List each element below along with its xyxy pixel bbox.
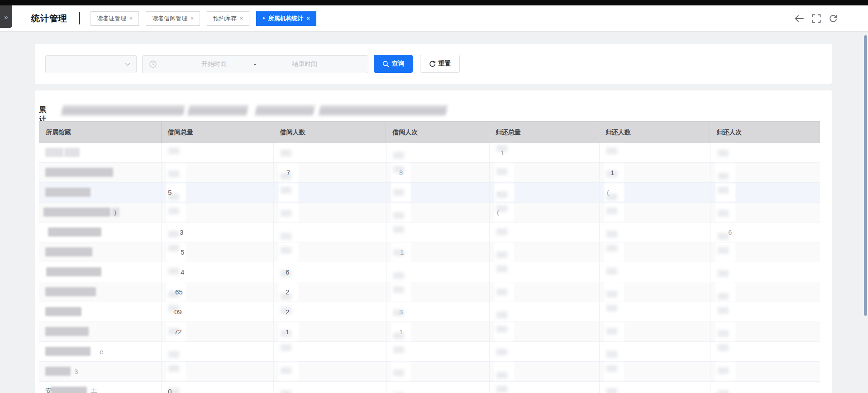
end-time-placeholder[interactable]: 结束时间: [292, 60, 317, 68]
table-row[interactable]: e: [39, 342, 820, 362]
organization-select[interactable]: [45, 55, 137, 73]
table-row[interactable]: 安丰0: [39, 382, 820, 393]
redacted-value-block: [715, 322, 735, 341]
blur-smudge: [281, 150, 291, 156]
blur-smudge: [606, 351, 617, 358]
date-separator: -: [254, 61, 256, 68]
date-range-picker[interactable]: 开始时间 - 结束时间: [142, 55, 368, 73]
back-arrow-icon[interactable]: [794, 14, 805, 23]
tab-label: 读者借阅管理: [152, 14, 187, 23]
cell-借阅人次: [386, 382, 489, 393]
cell-所属馆藏: ): [39, 203, 161, 222]
redacted-value-block: [604, 283, 624, 301]
cell-归还人数: [599, 362, 711, 381]
title-divider: [79, 12, 80, 24]
tab-预约库存[interactable]: 预约库存×: [207, 11, 249, 26]
redacted-value-block: [278, 382, 298, 393]
tab-close-icon[interactable]: ×: [306, 15, 310, 22]
blur-smudge: [718, 307, 729, 314]
blur-smudge: [606, 208, 617, 214]
tab-close-icon[interactable]: ×: [191, 15, 194, 22]
redacted-value-block: [278, 183, 298, 202]
cell-借阅总量: 65: [161, 282, 273, 302]
blur-smudge: [496, 312, 507, 318]
partial-visible-value: 1: [610, 163, 614, 182]
tab-所属机构统计[interactable]: ●所属机构统计×: [256, 11, 316, 26]
table-row[interactable]: 36: [39, 223, 820, 242]
tab-close-icon[interactable]: ×: [240, 15, 243, 22]
cell-所属馆藏: [39, 223, 161, 242]
redacted-value-block: [391, 223, 411, 241]
redacted-value-block: [166, 163, 186, 182]
partial-visible-value: 安: [45, 382, 52, 393]
redacted-value-block: [604, 143, 624, 162]
cell-借阅人数: 1: [273, 322, 386, 341]
app-screen: » 统计管理 读者证管理×读者借阅管理×预约库存×●所属机构统计×: [0, 0, 868, 393]
vertical-scrollbar[interactable]: [864, 35, 867, 316]
tab-读者借阅管理[interactable]: 读者借阅管理×: [146, 11, 200, 26]
partial-visible-value: 3: [74, 362, 78, 381]
tab-close-icon[interactable]: ×: [129, 15, 133, 22]
blur-smudge: [606, 231, 617, 237]
redacted-value-block: [391, 382, 411, 393]
redacted-summary-block: [61, 105, 185, 116]
start-time-placeholder[interactable]: 开始时间: [201, 60, 227, 68]
blur-smudge: [281, 390, 291, 393]
partial-visible-value: -: [498, 183, 500, 202]
redacted-name-block: [45, 287, 96, 296]
refresh-icon[interactable]: [828, 14, 838, 23]
redacted-value-block: [391, 143, 411, 162]
redacted-value-block: [604, 223, 624, 241]
cell-归还总量: [489, 302, 599, 322]
table-row[interactable]: 5-(: [39, 183, 820, 203]
table-row[interactable]: 3: [39, 362, 820, 382]
redacted-value-block: [715, 223, 735, 241]
table-row[interactable]: 0923: [39, 302, 820, 322]
table-row[interactable]: 1: [39, 143, 820, 163]
blur-smudge: [168, 147, 179, 154]
redacted-value-block: [494, 342, 514, 361]
cell-借阅人次: [386, 223, 489, 242]
redacted-value-block: [604, 342, 624, 361]
blur-smudge: [168, 245, 179, 251]
query-button[interactable]: 查询: [374, 55, 413, 73]
sidebar-collapse-button[interactable]: »: [0, 5, 12, 28]
cell-借阅人数: [273, 183, 386, 202]
redacted-name-block: [45, 367, 71, 376]
cell-归还人数: [599, 242, 711, 262]
tab-读者证管理[interactable]: 读者证管理×: [91, 11, 139, 26]
blur-smudge: [281, 344, 291, 351]
table-row[interactable]: 7211: [39, 322, 820, 342]
cell-归还人次: [711, 322, 820, 341]
cell-借阅总量: 3: [161, 223, 273, 242]
cell-借阅总量: 09: [161, 302, 273, 322]
redacted-value-block: [391, 342, 411, 361]
fullscreen-icon[interactable]: [812, 14, 821, 23]
blur-smudge: [718, 210, 729, 217]
partial-visible-value: 0: [168, 382, 172, 393]
cell-借阅人数: [273, 143, 386, 162]
reset-button[interactable]: 重置: [420, 55, 460, 73]
redacted-value-block: [604, 382, 624, 393]
clock-icon: [149, 60, 157, 68]
redacted-value-block: [715, 163, 735, 182]
blur-smudge: [393, 369, 404, 376]
table-row[interactable]: 781: [39, 163, 820, 183]
table-row[interactable]: 46: [39, 262, 820, 282]
cell-归还人数: [599, 143, 711, 162]
redacted-value-block: [494, 223, 514, 241]
redacted-value-block: [391, 283, 411, 301]
reset-refresh-icon: [429, 61, 436, 67]
redacted-value-block: [166, 203, 186, 222]
blur-smudge: [496, 168, 507, 175]
cell-借阅人数: 2: [273, 282, 386, 302]
redacted-value-block: [494, 263, 514, 281]
cell-借阅总量: [161, 362, 273, 381]
blur-smudge: [606, 328, 617, 335]
table-row[interactable]: 51: [39, 242, 820, 262]
table-row[interactable]: 652: [39, 282, 820, 302]
partial-visible-value: 65: [175, 282, 183, 302]
redacted-name-block: [45, 188, 91, 197]
blur-smudge: [281, 367, 291, 374]
table-row[interactable]: )(: [39, 203, 820, 223]
